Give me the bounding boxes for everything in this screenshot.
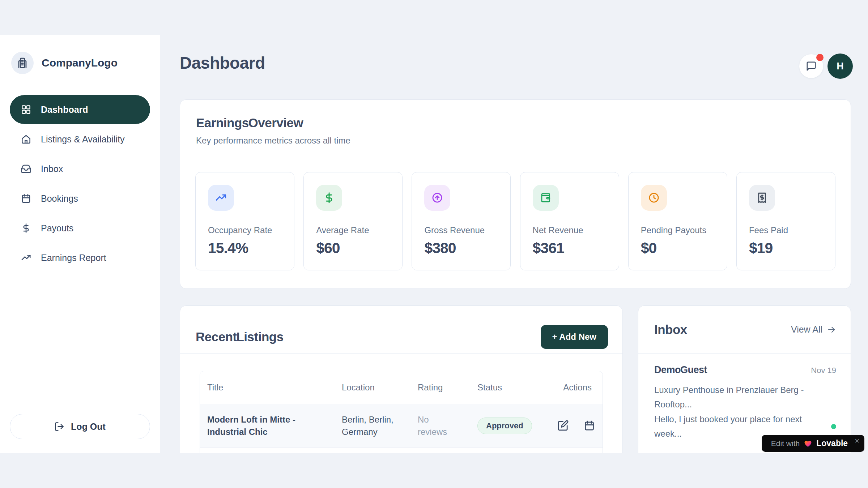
recent-listings-header: Recent Listings + Add New <box>180 306 622 354</box>
brand: CompanyLogo <box>11 52 150 74</box>
metric-value: $361 <box>533 240 607 257</box>
viewport-bottom-band <box>0 453 868 488</box>
sidebar-item-earnings-report[interactable]: Earnings Report <box>10 243 150 272</box>
metric-label: Pending Payouts <box>641 225 715 235</box>
lovable-prefix: Edit with <box>771 439 800 448</box>
avatar[interactable]: H <box>827 53 853 79</box>
trending-up-icon <box>215 192 227 204</box>
home-icon <box>21 134 31 145</box>
receipt-icon <box>756 192 768 204</box>
listing-actions <box>550 420 603 432</box>
circle-arrow-up-icon <box>431 192 443 204</box>
column-header-status: Status <box>470 382 550 393</box>
metric-label: Occupancy Rate <box>208 225 282 235</box>
column-header-title: Title <box>200 382 335 393</box>
calendar-icon <box>21 193 31 204</box>
trending-up-icon <box>21 252 31 263</box>
sidebar-item-label: Dashboard <box>41 104 88 115</box>
add-new-button[interactable]: + Add New <box>541 325 608 349</box>
building-icon <box>16 57 29 69</box>
metric-value: $19 <box>749 240 823 257</box>
chat-bubble-icon <box>806 61 817 72</box>
metric-value: 15.4% <box>208 240 282 257</box>
dollar-icon <box>21 223 31 234</box>
wallet-icon <box>540 192 552 204</box>
message-header: Demo Guest Nov 19 <box>654 364 836 376</box>
metric-icon-tile <box>533 185 559 211</box>
metric-card-fees-paid: Fees Paid $19 <box>736 172 835 270</box>
earnings-title: Earnings Overview <box>196 116 835 130</box>
edit-icon[interactable] <box>557 420 569 432</box>
metric-icon-tile <box>641 185 667 211</box>
dollar-icon <box>323 192 335 204</box>
earnings-overview-card: Earnings Overview Key performance metric… <box>180 99 851 289</box>
view-all-label: View All <box>791 324 822 335</box>
metric-icon-tile <box>424 185 450 211</box>
log-out-icon <box>54 421 64 432</box>
log-out-label: Log Out <box>71 421 106 432</box>
table-header-row: Title Location Rating Status Actions <box>200 371 603 404</box>
metric-icon-tile <box>316 185 342 211</box>
sidebar-nav: Dashboard Listings & Availability Inbox … <box>10 95 150 272</box>
metric-icon-tile <box>749 185 775 211</box>
sidebar-item-label: Listings & Availability <box>41 134 125 145</box>
brand-name: CompanyLogo <box>42 57 118 69</box>
edit-with-lovable-badge[interactable]: Edit with Lovable × <box>762 435 864 452</box>
lovable-brand: Lovable <box>816 438 848 448</box>
column-header-rating: Rating <box>410 382 470 393</box>
column-header-location: Location <box>335 382 410 393</box>
page-title: Dashboard <box>180 53 265 73</box>
metric-value: $380 <box>424 240 498 257</box>
sidebar-item-bookings[interactable]: Bookings <box>10 184 150 213</box>
metric-icon-tile <box>208 185 234 211</box>
sidebar-item-label: Payouts <box>41 223 73 234</box>
inbox-tray-icon <box>21 163 31 174</box>
sidebar-item-label: Bookings <box>41 193 78 204</box>
sidebar-item-inbox[interactable]: Inbox <box>10 154 150 183</box>
sidebar-item-label: Inbox <box>41 164 63 174</box>
heart-icon <box>804 439 812 448</box>
listing-rating: No reviews <box>410 414 450 438</box>
unread-dot <box>831 424 836 429</box>
message-sender: Demo Guest <box>654 364 707 376</box>
metric-label: Gross Revenue <box>424 225 498 235</box>
grid-icon <box>21 104 31 115</box>
view-all-link[interactable]: View All <box>791 324 836 335</box>
metric-label: Fees Paid <box>749 225 823 235</box>
arrow-right-icon <box>827 325 836 334</box>
metric-card-pending-payouts: Pending Payouts $0 <box>628 172 727 270</box>
metrics-row: Occupancy Rate 15.4% Average Rate $60 Gr… <box>180 156 851 270</box>
earnings-header: Earnings Overview Key performance metric… <box>180 100 851 146</box>
sidebar-item-listings[interactable]: Listings & Availability <box>10 125 150 154</box>
sidebar-item-payouts[interactable]: Payouts <box>10 214 150 243</box>
sidebar-item-dashboard[interactable]: Dashboard <box>10 95 150 124</box>
log-out-button[interactable]: Log Out <box>10 414 150 439</box>
listing-title: Modern Loft in Mitte - Industrial Chic <box>200 414 327 438</box>
sidebar: CompanyLogo Dashboard Listings & Availab… <box>0 35 160 453</box>
company-logo <box>11 52 34 74</box>
inbox-header: Inbox View All <box>638 306 851 354</box>
calendar-icon[interactable] <box>583 420 595 432</box>
notification-dot <box>816 54 824 61</box>
metric-card-occupancy-rate: Occupancy Rate 15.4% <box>195 172 294 270</box>
chat-button[interactable] <box>799 54 823 78</box>
header-actions: H <box>799 53 853 79</box>
column-header-actions: Actions <box>550 382 603 393</box>
sidebar-item-label: Earnings Report <box>41 253 106 263</box>
metric-card-average-rate: Average Rate $60 <box>303 172 403 270</box>
message-subject: Luxury Penthouse in Prenzlauer Berg - Ro… <box>654 383 836 412</box>
listing-location: Berlin, Berlin, Germany <box>335 414 396 438</box>
metric-value: $60 <box>316 240 390 257</box>
table-row[interactable]: Modern Loft in Mitte - Industrial Chic B… <box>200 404 603 447</box>
message-date: Nov 19 <box>811 366 836 375</box>
clock-icon <box>648 192 660 204</box>
recent-listings-title: Recent Listings <box>196 330 284 344</box>
status-badge: Approved <box>477 418 532 434</box>
metric-card-gross-revenue: Gross Revenue $380 <box>412 172 511 270</box>
inbox-title: Inbox <box>654 322 687 337</box>
metric-label: Net Revenue <box>533 225 607 235</box>
listing-status-cell: Approved <box>470 418 550 434</box>
close-icon[interactable]: × <box>855 436 859 446</box>
earnings-subtitle: Key performance metrics across all time <box>196 136 835 146</box>
metric-value: $0 <box>641 240 715 257</box>
